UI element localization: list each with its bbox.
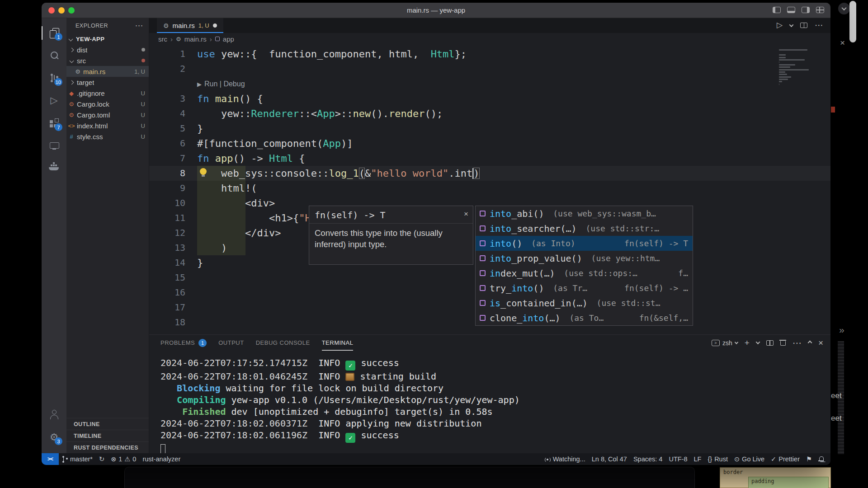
activity-run-debug[interactable] <box>42 89 66 112</box>
status-language[interactable]: {}Rust <box>704 455 731 463</box>
breadcrumb-main-rs[interactable]: main.rs <box>184 35 207 43</box>
status-go-live[interactable]: ⊙Go Live <box>731 455 768 463</box>
suggestion-try_into[interactable]: try_into() (as Tr…fn(self) -> … <box>476 281 693 296</box>
line-number: 13 <box>149 240 185 255</box>
code-line-4[interactable]: 4 yew::Renderer::<App>::new().render(); <box>149 106 830 121</box>
tree-item-src[interactable]: src <box>66 55 149 66</box>
section-rust-dependencies[interactable]: RUST DEPENDENCIES <box>66 441 149 453</box>
close-window-button[interactable] <box>48 7 55 14</box>
code-line-6[interactable]: 6#[function_component(App)] <box>149 136 830 151</box>
activity-settings[interactable]: 3 <box>42 426 66 449</box>
suggestion-into[interactable]: into() (as Into)fn(self) -> T <box>476 236 693 251</box>
terminal-prompt-line[interactable] <box>160 443 830 453</box>
status-prettier[interactable]: ✓Prettier <box>768 455 803 463</box>
panel-tab-output[interactable]: OUTPUT <box>218 335 244 351</box>
toggle-panel-icon[interactable] <box>787 7 795 13</box>
section-timeline[interactable]: TIMELINE <box>66 430 149 441</box>
tree-item-index.html[interactable]: <>index.htmlU <box>66 120 149 131</box>
split-terminal-icon[interactable] <box>766 340 774 346</box>
activity-docker[interactable] <box>42 157 66 180</box>
code-line-5[interactable]: 5} <box>149 121 830 136</box>
status-rust-analyzer[interactable]: rust-analyzer <box>139 455 184 463</box>
toggle-sidebar-icon[interactable] <box>773 7 781 13</box>
tree-item-main.rs[interactable]: ⚙main.rs1, U <box>66 66 149 77</box>
tree-item-style.css[interactable]: #style.cssU <box>66 131 149 142</box>
run-lens-icon[interactable]: ▶ <box>197 81 202 88</box>
tree-item-.gitignore[interactable]: ◆.gitignoreU <box>66 88 149 99</box>
tree-item-dist[interactable]: dist <box>66 44 149 55</box>
activity-source-control[interactable]: 10 <box>42 67 66 89</box>
panel-tab-problems[interactable]: PROBLEMS1 <box>160 335 207 351</box>
suggestion-index_mut[interactable]: index_mut(…) (use std::ops:…f… <box>476 266 693 281</box>
badge: 7 <box>55 123 62 131</box>
code-line-9[interactable]: 9 html!( <box>149 181 830 196</box>
code-line-1[interactable]: 1use yew::{ function_component, html, Ht… <box>149 47 830 61</box>
activity-remote-explorer[interactable] <box>42 135 66 157</box>
status-encoding[interactable]: UTF-8 <box>665 455 690 463</box>
code-editor[interactable]: 1use yew::{ function_component, html, Ht… <box>149 45 830 334</box>
panel-tab-debug-console[interactable]: DEBUG CONSOLE <box>256 335 310 351</box>
code-text: <h1>{"H <box>185 211 311 225</box>
customize-layout-icon[interactable] <box>816 7 824 13</box>
suggestion-into_abi[interactable]: into_abi() (use web_sys::wasm_b… <box>476 206 693 221</box>
tree-item-target[interactable]: target <box>66 77 149 88</box>
minimap[interactable] <box>779 48 811 96</box>
status-flag[interactable]: ⚑ <box>803 455 815 463</box>
explorer-actions-icon[interactable]: ⋯ <box>135 21 144 31</box>
code-line-2[interactable]: 2 <box>149 61 830 76</box>
bottom-panel: PROBLEMS1OUTPUTDEBUG CONSOLETERMINAL > z… <box>149 334 830 453</box>
kill-terminal-icon[interactable] <box>780 340 786 346</box>
project-root-item[interactable]: YEW-APP <box>66 33 149 44</box>
code-line-3[interactable]: 3fn main() { <box>149 91 830 106</box>
suggest-doc-widget: fn(self) -> T × Converts this type into … <box>309 206 473 265</box>
maximize-panel-icon[interactable] <box>807 341 812 345</box>
run-file-icon[interactable]: ▷ <box>777 21 783 29</box>
split-editor-icon[interactable] <box>800 23 807 28</box>
suggestion-into_searcher[interactable]: into_searcher(…) (use std::str:… <box>476 221 693 236</box>
activity-explorer[interactable]: 1 <box>42 22 66 44</box>
toggle-secondary-sidebar-icon[interactable] <box>802 7 810 13</box>
breadcrumb-app[interactable]: app <box>223 35 234 43</box>
activity-accounts[interactable] <box>42 404 66 426</box>
close-panel-icon[interactable]: × <box>818 338 823 348</box>
git-status-dot-icon <box>142 48 145 52</box>
zoom-window-button[interactable] <box>68 7 75 14</box>
terminal-dropdown-icon[interactable] <box>755 340 760 344</box>
code-line-7[interactable]: 7fn app() -> Html { <box>149 151 830 166</box>
minimize-window-button[interactable] <box>58 7 65 14</box>
remote-indicator[interactable]: >< <box>42 453 59 465</box>
close-doc-icon[interactable]: × <box>464 210 468 219</box>
status-problems[interactable]: ⊗1⚠0 <box>108 455 139 463</box>
status-indentation[interactable]: Spaces: 4 <box>630 455 666 463</box>
tree-item-Cargo.lock[interactable]: ⚙Cargo.lockU <box>66 99 149 109</box>
titlebar[interactable]: main.rs — yew-app <box>42 3 830 18</box>
status-cursor-position[interactable]: Ln 8, Col 47 <box>589 455 630 463</box>
panel-more-icon[interactable]: ⋯ <box>793 338 802 348</box>
suggestion-clone_into[interactable]: clone_into(…) (as To…fn(&self,… <box>476 310 693 325</box>
editor-more-actions-icon[interactable]: ⋯ <box>815 22 823 28</box>
panel-tab-terminal[interactable]: TERMINAL <box>322 335 354 351</box>
tab-main-rs[interactable]: ⚙ main.rs 1, U <box>157 18 223 33</box>
status-notifications[interactable] <box>815 456 827 462</box>
new-terminal-icon[interactable]: + <box>745 338 750 348</box>
breadcrumb-src[interactable]: src <box>158 35 167 43</box>
activity-extensions[interactable]: 7 <box>42 112 66 135</box>
status-branch[interactable]: master* <box>59 455 96 463</box>
terminal-output[interactable]: 2024-06-22T07:17:52.174715Z INFO ✓ succe… <box>149 351 830 453</box>
run-dropdown-icon[interactable] <box>789 23 794 27</box>
line-number: 9 <box>149 181 185 196</box>
tree-item-Cargo.toml[interactable]: ⚙Cargo.tomlU <box>66 109 149 120</box>
section-label: TIMELINE <box>74 433 102 439</box>
code-line-8[interactable]: 8 web_sys::console::log_1(&"hello world"… <box>149 166 830 181</box>
status-watching[interactable]: Watching... <box>541 455 589 463</box>
status-sync[interactable]: ↻ <box>96 455 108 463</box>
section-outline[interactable]: OUTLINE <box>66 418 149 430</box>
terminal-shell-tag[interactable]: > zsh <box>712 339 738 347</box>
suggestion-is_contained_in[interactable]: is_contained_in(…) (use std::st… <box>476 296 693 310</box>
code-lens-label[interactable]: Run | Debug <box>204 80 245 88</box>
modified-dot-icon[interactable] <box>213 23 217 28</box>
code-lens-row[interactable]: ▶Run | Debug <box>149 76 830 91</box>
suggestion-into_prop_value[interactable]: into_prop_value() (use yew::htm… <box>476 251 693 266</box>
activity-search[interactable] <box>42 44 66 67</box>
status-eol[interactable]: LF <box>691 455 705 463</box>
